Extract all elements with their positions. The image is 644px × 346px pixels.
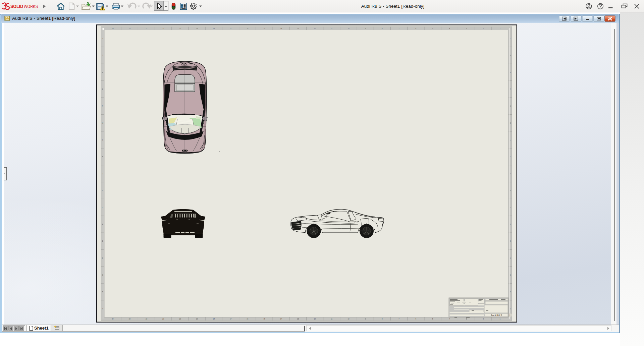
svg-text:3: 3 bbox=[466, 28, 467, 30]
svg-text:5: 5 bbox=[432, 318, 433, 320]
svg-text:1: 1 bbox=[500, 28, 501, 30]
svg-text:9: 9 bbox=[365, 28, 366, 30]
svg-text:23: 23 bbox=[129, 318, 131, 320]
svg-text:19: 19 bbox=[196, 318, 198, 320]
svg-text:2: 2 bbox=[483, 318, 484, 320]
svg-text:20: 20 bbox=[179, 318, 181, 320]
svg-text:SOLID: SOLID bbox=[10, 3, 23, 9]
svg-text:23: 23 bbox=[129, 28, 131, 30]
svg-text:9: 9 bbox=[365, 318, 366, 320]
svg-text:11: 11 bbox=[331, 28, 332, 30]
svg-text:2: 2 bbox=[483, 28, 484, 30]
svg-text:18: 18 bbox=[213, 318, 215, 320]
svg-text:21: 21 bbox=[162, 318, 164, 320]
svg-text:13: 13 bbox=[297, 28, 299, 30]
svg-text:15: 15 bbox=[263, 28, 265, 30]
svg-text:13: 13 bbox=[297, 318, 299, 320]
svg-text:10: 10 bbox=[347, 28, 350, 30]
svg-text:7: 7 bbox=[398, 28, 399, 30]
svg-text:A1: A1 bbox=[509, 314, 511, 316]
svg-text:WORKS: WORKS bbox=[24, 3, 38, 9]
svg-text:11: 11 bbox=[331, 318, 332, 320]
svg-text:5: 5 bbox=[432, 28, 433, 30]
svg-text:14: 14 bbox=[280, 318, 282, 320]
svg-text:22: 22 bbox=[146, 318, 148, 320]
svg-text:18: 18 bbox=[213, 28, 215, 30]
svg-text:21: 21 bbox=[162, 28, 164, 30]
svg-text:24: 24 bbox=[112, 318, 114, 320]
svg-text:17: 17 bbox=[230, 318, 232, 320]
svg-text:22: 22 bbox=[146, 28, 148, 30]
svg-text:14: 14 bbox=[280, 28, 282, 30]
svg-text:8: 8 bbox=[382, 318, 383, 320]
svg-text:16: 16 bbox=[247, 28, 249, 30]
svg-text:17: 17 bbox=[230, 28, 232, 30]
svg-text:3: 3 bbox=[466, 318, 467, 320]
svg-text:8: 8 bbox=[382, 28, 383, 30]
svg-text:Audi R8 S - Sheet1 [Read-only]: Audi R8 S - Sheet1 [Read-only] bbox=[361, 4, 424, 9]
svg-text:1: 1 bbox=[500, 318, 501, 320]
svg-text:24: 24 bbox=[112, 28, 114, 30]
svg-text:16: 16 bbox=[247, 318, 249, 320]
svg-text:6: 6 bbox=[416, 28, 417, 30]
svg-text:10: 10 bbox=[347, 318, 350, 320]
svg-text:20: 20 bbox=[179, 28, 181, 30]
svg-text:7: 7 bbox=[398, 318, 399, 320]
svg-text:19: 19 bbox=[196, 28, 198, 30]
svg-text:Audi R8 S: Audi R8 S bbox=[491, 314, 502, 317]
svg-text:15: 15 bbox=[263, 318, 265, 320]
svg-text:4: 4 bbox=[449, 28, 450, 30]
svg-text:12: 12 bbox=[314, 28, 316, 30]
svg-text:4: 4 bbox=[449, 318, 450, 320]
svg-text:6: 6 bbox=[416, 318, 417, 320]
svg-text:12: 12 bbox=[314, 318, 316, 320]
